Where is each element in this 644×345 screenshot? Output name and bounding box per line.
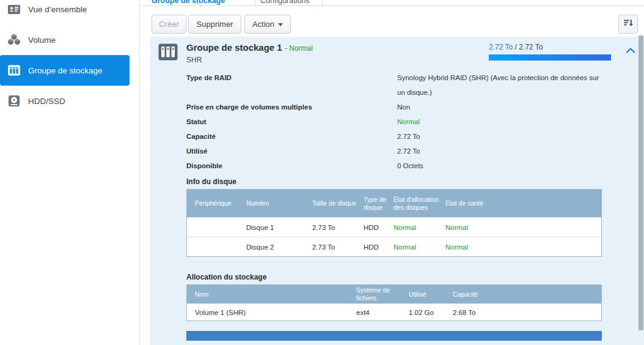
tab-bar: Groupe de stockage Configurations [141, 0, 644, 6]
disk-info-table-header: PériphériqueNuméroTaille de disqueType d… [187, 190, 601, 217]
sidebar-menu: Vue d’ensemble Volume Groupe de stockage… [0, 0, 139, 116]
detail-value: Non [397, 100, 602, 114]
detail-row: Type de RAID Synology Hybrid RAID (SHR) … [186, 70, 602, 100]
hdd-ssd-icon [7, 94, 21, 108]
volume-icon [7, 33, 21, 46]
column-header: Taille de disque [312, 199, 364, 207]
scrollbar-thumb[interactable] [639, 35, 643, 330]
usage-text: 2.72 To / 2.72 To [489, 43, 611, 51]
table-cell: 2.68 To [453, 309, 601, 316]
create-button[interactable]: Créer [152, 15, 186, 34]
tab-groupe-de-stockage[interactable]: Groupe de stockage [152, 0, 225, 6]
sidebar-item-groupe-de-stockage[interactable]: Groupe de stockage [0, 55, 130, 86]
sidebar-item-volume[interactable]: Volume [0, 24, 139, 55]
sidebar-item-vue-d-ensemble[interactable]: Vue d’ensemble [0, 0, 139, 24]
storage-manager-window: Vue d’ensemble Volume Groupe de stockage… [0, 0, 644, 345]
column-header: Utilisé [409, 291, 453, 299]
detail-value: 2.72 To [397, 144, 602, 158]
sort-button[interactable] [618, 15, 638, 34]
storage-group-icon [158, 42, 178, 62]
collapse-panel-button[interactable] [626, 47, 635, 54]
table-cell: Normal [445, 243, 601, 251]
total-value: 2.72 To [519, 43, 543, 51]
table-cell: Disque 2 [246, 243, 312, 251]
sidebar-item-hdd-ssd[interactable]: HDD/SSD [0, 86, 139, 116]
table-cell: Disque 1 [246, 224, 312, 231]
table-cell: HDD [364, 243, 393, 251]
sidebar-item-label: Vue d’ensemble [28, 5, 87, 14]
table-row: Volume 1 (SHR)ext41.02 Go2.68 To [187, 303, 601, 321]
sidebar-item-label: Groupe de stockage [28, 66, 103, 75]
disk-info-table: PériphériqueNuméroTaille de disqueType d… [186, 189, 602, 257]
detail-label: Type de RAID [186, 70, 397, 100]
allocation-table-header: NomSystème de fichiersUtiliséCapacité [187, 285, 601, 303]
raid-type-subtitle: SHR [186, 56, 202, 64]
table-cell: Volume 1 (SHR) [195, 309, 356, 316]
detail-list: Type de RAID Synology Hybrid RAID (SHR) … [186, 70, 602, 173]
allocation-title: Allocation du stockage [186, 273, 266, 281]
detail-value: 0 Octets [397, 158, 602, 173]
detail-label: Capacité [186, 129, 397, 144]
allocation-table-body: Volume 1 (SHR)ext41.02 Go2.68 To [187, 303, 601, 321]
sort-list-down-icon [623, 18, 634, 31]
usage-progress-bar [489, 54, 611, 61]
table-cell: ext4 [356, 309, 409, 316]
tab-configurations[interactable]: Configurations [260, 0, 310, 6]
disk-info-table-body: Disque 12.73 ToHDDNormalNormalDisque 22.… [187, 217, 601, 256]
action-dropdown-button[interactable]: Action [244, 15, 291, 34]
disk-info-title: Info du disque [186, 177, 236, 186]
page-title: Groupe de stockage 1 [186, 42, 282, 53]
used-value: 2.72 To [489, 43, 513, 51]
content-area: Groupe de stockage Configurations Créer … [141, 0, 644, 345]
detail-row: Statut Normal [186, 114, 602, 129]
tab-separator [255, 0, 255, 6]
detail-row: Disponible 0 Octets [186, 158, 602, 173]
table-cell: Normal [445, 224, 601, 231]
column-header: État d'allocation des disques [393, 196, 445, 212]
detail-value: Synology Hybrid RAID (SHR) (Avec la prot… [397, 70, 602, 100]
detail-label: Disponible [186, 158, 397, 173]
column-header: Périphérique [195, 199, 246, 207]
sidebar-item-label: HDD/SSD [28, 97, 65, 106]
table-cell: 2.73 To [312, 243, 364, 251]
column-header: Système de fichiers [356, 286, 409, 302]
chevron-up-icon [626, 47, 635, 53]
sidebar: Vue d’ensemble Volume Groupe de stockage… [0, 0, 140, 345]
detail-row: Prise en charge de volumes multiples Non [186, 100, 602, 114]
chevron-down-icon [278, 23, 283, 26]
tab-separator [322, 0, 323, 6]
detail-row: Utilisé 2.72 To [186, 144, 602, 158]
usage-summary: 2.72 To / 2.72 To [489, 43, 611, 61]
table-cell: HDD [364, 224, 393, 231]
detail-label: Statut [186, 114, 397, 129]
column-header: Numéro [246, 199, 312, 207]
overview-icon [7, 2, 21, 16]
table-row: Disque 22.73 ToHDDNormalNormal [187, 237, 601, 256]
column-header: Nom [195, 291, 356, 299]
table-cell: 1.02 Go [409, 309, 453, 316]
storage-group-panel: Groupe de stockage 1 - Normal SHR 2.72 T… [150, 37, 644, 345]
detail-label: Utilisé [186, 144, 397, 158]
column-header: État de santé [445, 199, 601, 207]
table-cell: Normal [393, 224, 445, 231]
allocation-table: NomSystème de fichiersUtiliséCapacité Vo… [186, 284, 602, 321]
table-cell: 2.73 To [312, 224, 364, 231]
column-header: Type de disque [364, 196, 393, 212]
action-button-label: Action [252, 20, 274, 29]
table-cell: Normal [393, 243, 445, 251]
detail-label: Prise en charge de volumes multiples [186, 100, 397, 114]
storage-group-icon [7, 64, 21, 77]
next-section-header-bar [186, 331, 602, 341]
detail-value: Normal [397, 114, 602, 129]
column-header: Capacité [453, 291, 601, 299]
status-badge: Normal [289, 44, 313, 53]
sidebar-item-label: Volume [28, 35, 56, 45]
detail-value: 2.72 To [397, 129, 602, 144]
detail-row: Capacité 2.72 To [186, 129, 602, 144]
toolbar: Créer Supprimer Action [141, 7, 644, 37]
delete-button[interactable]: Supprimer [188, 15, 241, 34]
panel-title-line: Groupe de stockage 1 - Normal [186, 42, 313, 53]
table-row: Disque 12.73 ToHDDNormalNormal [187, 217, 601, 237]
